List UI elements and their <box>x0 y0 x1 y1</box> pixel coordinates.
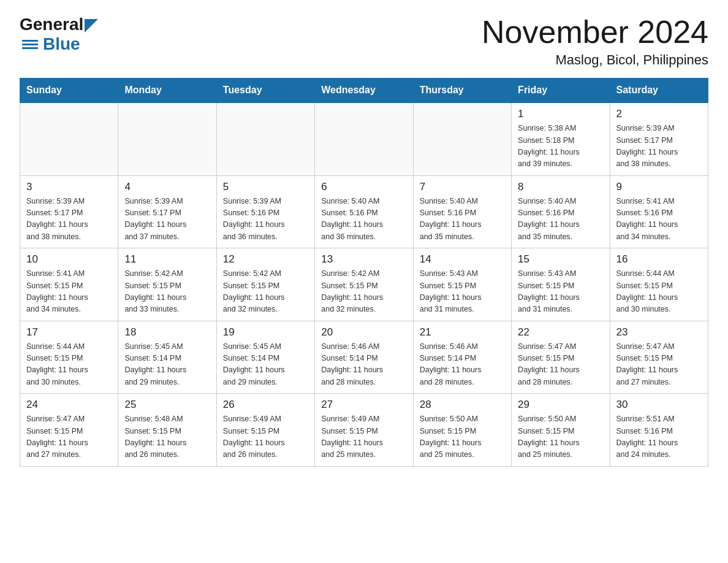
calendar-cell: 19Sunrise: 5:45 AM Sunset: 5:14 PM Dayli… <box>216 321 314 394</box>
calendar-cell: 18Sunrise: 5:45 AM Sunset: 5:14 PM Dayli… <box>118 321 216 394</box>
day-info: Sunrise: 5:42 AM Sunset: 5:15 PM Dayligh… <box>124 268 210 316</box>
calendar-week-row: 1Sunrise: 5:38 AM Sunset: 5:18 PM Daylig… <box>20 102 708 175</box>
col-header-friday: Friday <box>512 79 610 103</box>
day-number: 21 <box>420 326 505 339</box>
day-number: 20 <box>321 326 406 339</box>
day-info: Sunrise: 5:44 AM Sunset: 5:15 PM Dayligh… <box>26 341 112 389</box>
calendar-cell: 27Sunrise: 5:49 AM Sunset: 5:15 PM Dayli… <box>315 394 413 467</box>
calendar-cell: 5Sunrise: 5:39 AM Sunset: 5:16 PM Daylig… <box>216 175 314 248</box>
day-info: Sunrise: 5:40 AM Sunset: 5:16 PM Dayligh… <box>321 196 406 243</box>
logo-line-3 <box>22 47 38 49</box>
day-number: 15 <box>518 253 603 266</box>
col-header-wednesday: Wednesday <box>315 79 413 103</box>
day-number: 6 <box>321 181 406 193</box>
day-number: 12 <box>223 253 308 266</box>
day-number: 23 <box>616 326 702 339</box>
calendar-cell: 17Sunrise: 5:44 AM Sunset: 5:15 PM Dayli… <box>20 321 118 394</box>
col-header-monday: Monday <box>118 79 216 103</box>
svg-marker-0 <box>85 19 98 33</box>
day-number: 3 <box>26 181 112 193</box>
day-info: Sunrise: 5:42 AM Sunset: 5:15 PM Dayligh… <box>321 268 406 316</box>
day-info: Sunrise: 5:39 AM Sunset: 5:17 PM Dayligh… <box>26 196 112 243</box>
calendar-cell: 13Sunrise: 5:42 AM Sunset: 5:15 PM Dayli… <box>315 248 413 321</box>
day-info: Sunrise: 5:39 AM Sunset: 5:16 PM Dayligh… <box>223 196 308 243</box>
day-number: 17 <box>26 326 112 339</box>
calendar-cell: 4Sunrise: 5:39 AM Sunset: 5:17 PM Daylig… <box>118 175 216 248</box>
calendar-week-row: 3Sunrise: 5:39 AM Sunset: 5:17 PM Daylig… <box>20 175 708 248</box>
calendar-cell: 12Sunrise: 5:42 AM Sunset: 5:15 PM Dayli… <box>216 248 314 321</box>
day-number: 13 <box>321 253 406 266</box>
day-number: 27 <box>321 399 406 411</box>
calendar-cell: 29Sunrise: 5:50 AM Sunset: 5:15 PM Dayli… <box>512 394 610 467</box>
day-info: Sunrise: 5:47 AM Sunset: 5:15 PM Dayligh… <box>518 341 603 389</box>
calendar-cell: 24Sunrise: 5:47 AM Sunset: 5:15 PM Dayli… <box>20 394 118 467</box>
day-number: 4 <box>124 181 210 193</box>
day-info: Sunrise: 5:42 AM Sunset: 5:15 PM Dayligh… <box>223 268 308 316</box>
calendar-cell <box>315 102 413 175</box>
day-number: 11 <box>124 253 210 266</box>
day-info: Sunrise: 5:50 AM Sunset: 5:15 PM Dayligh… <box>420 413 505 461</box>
day-info: Sunrise: 5:40 AM Sunset: 5:16 PM Dayligh… <box>420 196 505 243</box>
logo-line-2 <box>22 44 38 45</box>
day-number: 7 <box>420 181 505 193</box>
calendar-cell: 3Sunrise: 5:39 AM Sunset: 5:17 PM Daylig… <box>20 175 118 248</box>
day-number: 19 <box>223 326 308 339</box>
calendar-cell: 23Sunrise: 5:47 AM Sunset: 5:15 PM Dayli… <box>610 321 708 394</box>
calendar-cell: 25Sunrise: 5:48 AM Sunset: 5:15 PM Dayli… <box>118 394 216 467</box>
logo-line-1 <box>22 40 38 42</box>
calendar-cell <box>216 102 314 175</box>
day-info: Sunrise: 5:41 AM Sunset: 5:15 PM Dayligh… <box>26 268 112 316</box>
day-number: 24 <box>26 399 112 411</box>
day-info: Sunrise: 5:46 AM Sunset: 5:14 PM Dayligh… <box>420 341 505 389</box>
calendar-cell: 14Sunrise: 5:43 AM Sunset: 5:15 PM Dayli… <box>413 248 511 321</box>
calendar-cell <box>118 102 216 175</box>
day-info: Sunrise: 5:49 AM Sunset: 5:15 PM Dayligh… <box>223 413 308 461</box>
subtitle: Maslog, Bicol, Philippines <box>482 52 708 68</box>
col-header-sunday: Sunday <box>20 79 118 103</box>
day-number: 1 <box>518 108 603 120</box>
day-info: Sunrise: 5:43 AM Sunset: 5:15 PM Dayligh… <box>518 268 603 316</box>
calendar-cell: 20Sunrise: 5:46 AM Sunset: 5:14 PM Dayli… <box>315 321 413 394</box>
calendar-cell: 9Sunrise: 5:41 AM Sunset: 5:16 PM Daylig… <box>610 175 708 248</box>
day-info: Sunrise: 5:46 AM Sunset: 5:14 PM Dayligh… <box>321 341 406 389</box>
day-info: Sunrise: 5:44 AM Sunset: 5:15 PM Dayligh… <box>616 268 702 316</box>
day-number: 22 <box>518 326 603 339</box>
day-number: 18 <box>124 326 210 339</box>
main-title: November 2024 <box>482 15 708 50</box>
day-info: Sunrise: 5:38 AM Sunset: 5:18 PM Dayligh… <box>518 123 603 170</box>
calendar-week-row: 10Sunrise: 5:41 AM Sunset: 5:15 PM Dayli… <box>20 248 708 321</box>
day-number: 16 <box>616 253 702 266</box>
calendar-week-row: 24Sunrise: 5:47 AM Sunset: 5:15 PM Dayli… <box>20 394 708 467</box>
day-info: Sunrise: 5:39 AM Sunset: 5:17 PM Dayligh… <box>616 123 702 170</box>
page-header: General Blue November 2024 Maslog, Bicol… <box>20 15 708 68</box>
calendar-cell: 10Sunrise: 5:41 AM Sunset: 5:15 PM Dayli… <box>20 248 118 321</box>
day-info: Sunrise: 5:41 AM Sunset: 5:16 PM Dayligh… <box>616 196 702 243</box>
day-info: Sunrise: 5:45 AM Sunset: 5:14 PM Dayligh… <box>124 341 210 389</box>
calendar-cell: 28Sunrise: 5:50 AM Sunset: 5:15 PM Dayli… <box>413 394 511 467</box>
day-info: Sunrise: 5:49 AM Sunset: 5:15 PM Dayligh… <box>321 413 406 461</box>
calendar-cell: 11Sunrise: 5:42 AM Sunset: 5:15 PM Dayli… <box>118 248 216 321</box>
logo-triangle-icon <box>85 19 98 33</box>
day-number: 14 <box>420 253 505 266</box>
calendar-cell: 2Sunrise: 5:39 AM Sunset: 5:17 PM Daylig… <box>610 102 708 175</box>
calendar-header-row: Sunday Monday Tuesday Wednesday Thursday… <box>20 79 708 103</box>
calendar-cell: 7Sunrise: 5:40 AM Sunset: 5:16 PM Daylig… <box>413 175 511 248</box>
day-number: 9 <box>616 181 702 193</box>
day-number: 2 <box>616 108 702 120</box>
day-info: Sunrise: 5:45 AM Sunset: 5:14 PM Dayligh… <box>223 341 308 389</box>
calendar-cell: 1Sunrise: 5:38 AM Sunset: 5:18 PM Daylig… <box>512 102 610 175</box>
col-header-saturday: Saturday <box>610 79 708 103</box>
calendar-cell: 30Sunrise: 5:51 AM Sunset: 5:16 PM Dayli… <box>610 394 708 467</box>
logo-general-text: General <box>20 15 83 34</box>
day-number: 30 <box>616 399 702 411</box>
day-info: Sunrise: 5:47 AM Sunset: 5:15 PM Dayligh… <box>26 413 112 461</box>
day-info: Sunrise: 5:47 AM Sunset: 5:15 PM Dayligh… <box>616 341 702 389</box>
day-info: Sunrise: 5:39 AM Sunset: 5:17 PM Dayligh… <box>124 196 210 243</box>
col-header-tuesday: Tuesday <box>216 79 314 103</box>
logo: General Blue <box>20 15 98 54</box>
calendar-cell <box>20 102 118 175</box>
calendar-cell <box>413 102 511 175</box>
col-header-thursday: Thursday <box>413 79 511 103</box>
calendar-cell: 22Sunrise: 5:47 AM Sunset: 5:15 PM Dayli… <box>512 321 610 394</box>
calendar-week-row: 17Sunrise: 5:44 AM Sunset: 5:15 PM Dayli… <box>20 321 708 394</box>
